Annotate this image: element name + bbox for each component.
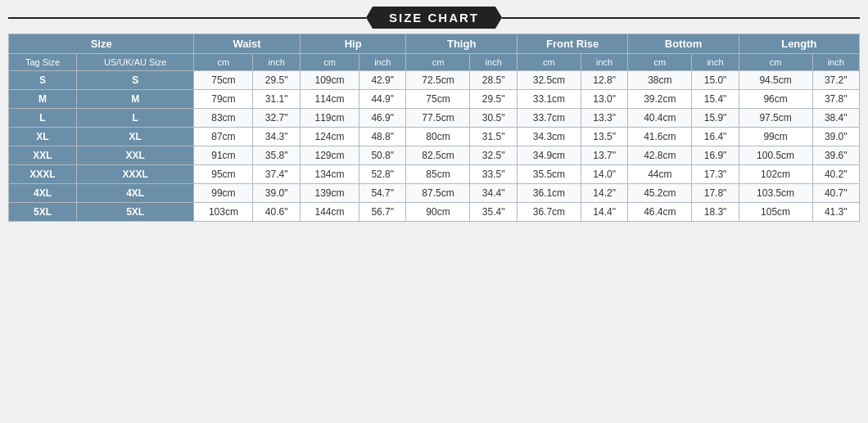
cell-hip-cm: 124cm [300, 128, 359, 146]
cell-waist-inch: 34.3" [253, 128, 300, 146]
cell-waist-cm: 83cm [194, 109, 253, 128]
cell-tag-size: S [9, 71, 77, 90]
cell-bottom-cm: 39.2cm [628, 90, 692, 109]
chart-title: SIZE CHART [366, 7, 502, 29]
cell-length-cm: 103.5cm [739, 184, 812, 203]
cell-hip-inch: 42.9" [359, 71, 406, 90]
sub-thigh-cm: cm [406, 54, 470, 71]
cell-bottom-inch: 17.3" [692, 165, 739, 184]
cell-hip-inch: 48.8" [359, 128, 406, 146]
sub-length-cm: cm [739, 54, 812, 71]
cell-bottom-cm: 44cm [628, 165, 692, 184]
cell-length-cm: 105cm [739, 203, 812, 222]
table-row: 5XL5XL103cm40.6"144cm56.7"90cm35.4"36.7c… [9, 203, 860, 222]
cell-hip-cm: 134cm [300, 165, 359, 184]
cell-hip-cm: 139cm [300, 184, 359, 203]
cell-bottom-cm: 42.8cm [628, 146, 692, 165]
cell-thigh-cm: 85cm [406, 165, 470, 184]
cell-thigh-inch: 29.5" [470, 90, 517, 109]
cell-bottom-inch: 16.9" [692, 146, 739, 165]
cell-hip-inch: 46.9" [359, 109, 406, 128]
cell-tag-size: 4XL [9, 184, 77, 203]
cell-thigh-cm: 77.5cm [406, 109, 470, 128]
cell-bottom-inch: 18.3" [692, 203, 739, 222]
cell-waist-cm: 103cm [194, 203, 253, 222]
cell-thigh-cm: 90cm [406, 203, 470, 222]
cell-waist-cm: 99cm [194, 184, 253, 203]
cell-thigh-inch: 28.5" [470, 71, 517, 90]
sub-hip-cm: cm [300, 54, 359, 71]
table-row: XXLXXL91cm35.8"129cm50.8"82.5cm32.5"34.9… [9, 146, 860, 165]
cell-hip-inch: 44.9" [359, 90, 406, 109]
cell-hip-inch: 52.8" [359, 165, 406, 184]
cell-length-inch: 39.6" [812, 146, 860, 165]
cell-bottom-inch: 15.9" [692, 109, 739, 128]
cell-tag-size: M [9, 90, 77, 109]
sub-hip-inch: inch [359, 54, 406, 71]
cell-frontrise-cm: 35.5cm [517, 165, 581, 184]
cell-tag-size: XL [9, 128, 77, 146]
cell-waist-inch: 40.6" [253, 203, 300, 222]
sub-tag-size: Tag Size [9, 54, 77, 71]
cell-waist-inch: 32.7" [253, 109, 300, 128]
cell-us-size: XXXL [77, 165, 194, 184]
cell-frontrise-inch: 14.4" [581, 203, 627, 222]
cell-waist-cm: 95cm [194, 165, 253, 184]
header-hip: Hip [300, 34, 406, 54]
cell-waist-cm: 75cm [194, 71, 253, 90]
sub-waist-cm: cm [194, 54, 253, 71]
cell-waist-inch: 37.4" [253, 165, 300, 184]
header-length: Length [739, 34, 859, 54]
cell-bottom-cm: 41.6cm [628, 128, 692, 146]
header-waist: Waist [194, 34, 301, 54]
cell-thigh-inch: 31.5" [470, 128, 517, 146]
cell-waist-inch: 31.1" [253, 90, 300, 109]
cell-frontrise-cm: 34.9cm [517, 146, 581, 165]
table-row: XLXL87cm34.3"124cm48.8"80cm31.5"34.3cm13… [9, 128, 860, 146]
cell-bottom-inch: 15.0" [692, 71, 739, 90]
cell-hip-inch: 56.7" [359, 203, 406, 222]
cell-hip-inch: 50.8" [359, 146, 406, 165]
cell-length-inch: 38.4" [812, 109, 860, 128]
cell-thigh-cm: 75cm [406, 90, 470, 109]
cell-length-cm: 96cm [739, 90, 812, 109]
cell-frontrise-inch: 13.5" [581, 128, 627, 146]
table-row: XXXLXXXL95cm37.4"134cm52.8"85cm33.5"35.5… [9, 165, 860, 184]
sub-frontrise-cm: cm [517, 54, 581, 71]
cell-frontrise-inch: 14.2" [581, 184, 627, 203]
cell-bottom-inch: 17.8" [692, 184, 739, 203]
cell-bottom-inch: 16.4" [692, 128, 739, 146]
cell-frontrise-cm: 32.5cm [517, 71, 581, 90]
sub-thigh-inch: inch [470, 54, 517, 71]
cell-bottom-cm: 40.4cm [628, 109, 692, 128]
cell-length-inch: 39.0" [812, 128, 860, 146]
cell-bottom-cm: 38cm [628, 71, 692, 90]
cell-hip-cm: 114cm [300, 90, 359, 109]
cell-waist-inch: 39.0" [253, 184, 300, 203]
cell-length-inch: 37.2" [812, 71, 860, 90]
sub-length-inch: inch [812, 54, 860, 71]
sub-us-size: US/UK/AU Size [77, 54, 194, 71]
cell-waist-inch: 29.5" [253, 71, 300, 90]
table-row: 4XL4XL99cm39.0"139cm54.7"87.5cm34.4"36.1… [9, 184, 860, 203]
cell-thigh-cm: 82.5cm [406, 146, 470, 165]
cell-waist-cm: 79cm [194, 90, 253, 109]
cell-frontrise-inch: 13.7" [581, 146, 627, 165]
cell-hip-cm: 129cm [300, 146, 359, 165]
cell-us-size: 4XL [77, 184, 194, 203]
cell-length-inch: 40.7" [812, 184, 860, 203]
table-row: MM79cm31.1"114cm44.9"75cm29.5"33.1cm13.0… [9, 90, 860, 109]
cell-length-inch: 40.2" [812, 165, 860, 184]
cell-tag-size: XXXL [9, 165, 77, 184]
cell-length-cm: 94.5cm [739, 71, 812, 90]
cell-us-size: XL [77, 128, 194, 146]
cell-bottom-cm: 45.2cm [628, 184, 692, 203]
sub-frontrise-inch: inch [581, 54, 627, 71]
cell-waist-cm: 87cm [194, 128, 253, 146]
cell-bottom-cm: 46.4cm [628, 203, 692, 222]
sub-bottom-inch: inch [692, 54, 739, 71]
cell-us-size: XXL [77, 146, 194, 165]
cell-thigh-inch: 34.4" [470, 184, 517, 203]
cell-tag-size: XXL [9, 146, 77, 165]
cell-tag-size: 5XL [9, 203, 77, 222]
